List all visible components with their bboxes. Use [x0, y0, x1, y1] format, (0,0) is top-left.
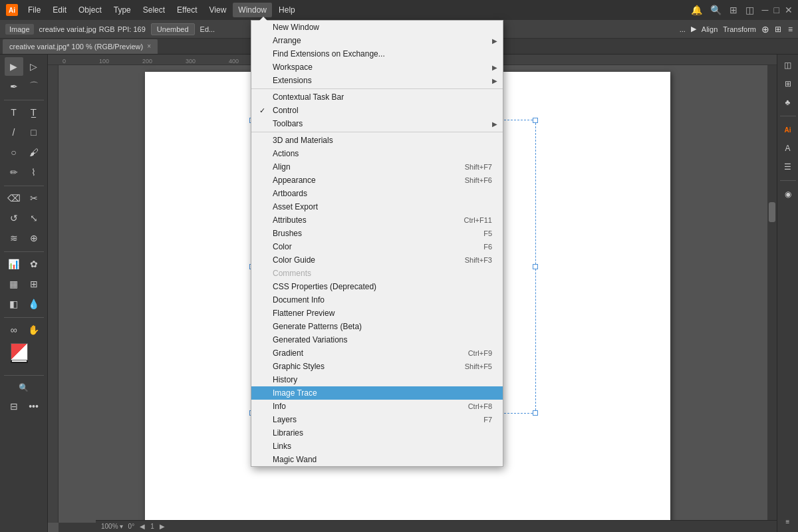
search-icon[interactable]: 🔍 [710, 5, 722, 15]
minimize-btn[interactable]: ─ [762, 5, 769, 15]
gradient-tool[interactable]: ◧ [5, 295, 23, 313]
edit-artboard-tool[interactable]: ⊟ [5, 397, 23, 416]
shaper-tool[interactable]: ⌇ [25, 163, 43, 182]
maximize-btn[interactable]: □ [774, 5, 779, 15]
fill-swatch[interactable] [11, 343, 28, 360]
ellipse-tool[interactable]: ○ [5, 143, 23, 162]
menu-item-appearance[interactable]: AppearanceShift+F6 [251, 174, 503, 187]
mesh-tool[interactable]: ⊞ [25, 275, 43, 293]
menu-item-toolbars[interactable]: Toolbars [251, 117, 503, 130]
menu-type[interactable]: Type [108, 3, 136, 17]
effects-panel-icon[interactable]: ☰ [780, 159, 796, 175]
line-segment-tool[interactable]: / [5, 123, 23, 142]
paint-brush-tool[interactable]: 🖌 [25, 143, 43, 162]
menu-item-generate-patterns[interactable]: Generate Patterns (Beta) [251, 320, 503, 333]
panel-icon[interactable]: ◫ [745, 5, 754, 15]
scrollbar-vertical[interactable] [767, 65, 777, 523]
menu-item-attributes[interactable]: AttributesCtrl+F11 [251, 213, 503, 227]
circle-panel-icon[interactable]: ◉ [780, 186, 796, 202]
right-collapse-icon[interactable]: ≡ [780, 513, 796, 529]
menu-item-flattener-preview[interactable]: Flattener Preview [251, 307, 503, 320]
next-page-btn[interactable]: ▶ [160, 523, 165, 530]
symbol-sprayer[interactable]: ✿ [25, 255, 43, 273]
menu-item-history[interactable]: History [251, 373, 503, 386]
menu-edit[interactable]: Edit [47, 3, 72, 17]
panels-icon[interactable]: ⊞ [775, 25, 781, 34]
nav-arrow-right[interactable]: ▶ [691, 25, 696, 33]
menu-file[interactable]: File [23, 3, 46, 17]
menu-item-workspace[interactable]: Workspace [251, 61, 503, 74]
zoom-dropdown-arrow[interactable]: ▾ [120, 523, 123, 530]
zoom-control[interactable]: 100% ▾ [101, 523, 123, 530]
zoom-tool[interactable]: 🔍 [15, 378, 33, 397]
prev-page-btn[interactable]: ◀ [140, 523, 145, 530]
shape-tools[interactable]: □ [25, 123, 43, 142]
menu-item-extensions[interactable]: Extensions [251, 74, 503, 87]
more-tools-btn[interactable]: ••• [25, 397, 43, 416]
menu-item-color[interactable]: ColorF6 [251, 240, 503, 253]
menu-item-align[interactable]: AlignShift+F7 [251, 160, 503, 174]
chart-tool[interactable]: 📊 [5, 255, 23, 273]
menu-item-color-guide[interactable]: Color GuideShift+F3 [251, 253, 503, 267]
warp-tool[interactable]: ≋ [5, 229, 23, 247]
menu-object[interactable]: Object [73, 3, 107, 17]
properties-icon[interactable]: ◫ [780, 57, 796, 73]
notifications-icon[interactable]: 🔔 [691, 5, 702, 15]
menu-view[interactable]: View [204, 3, 232, 17]
pen-tool[interactable]: ✒ [5, 77, 23, 96]
eraser-tool[interactable]: ⌫ [5, 189, 23, 207]
hand-tool[interactable]: ✋ [25, 321, 43, 339]
menu-item-magic-wand[interactable]: Magic Wand [251, 453, 503, 466]
image-label[interactable]: Image [5, 24, 34, 35]
menu-item-find-extensions[interactable]: Find Extensions on Exchange... [251, 47, 503, 61]
menu-item-document-info[interactable]: Document Info [251, 293, 503, 307]
selection-handle-tr[interactable] [533, 118, 538, 123]
transform-icon[interactable]: ⊕ [761, 24, 769, 35]
menu-item-css-properties[interactable]: CSS Properties (Deprecated) [251, 280, 503, 293]
more-icon[interactable]: ≡ [788, 25, 793, 34]
touch-type-tool[interactable]: T̲ [25, 103, 43, 122]
menu-item-image-trace[interactable]: Image Trace [251, 386, 503, 400]
pencil-tool[interactable]: ✏ [5, 163, 23, 182]
document-tab[interactable]: creative variat.jpg* 100 % (RGB/Preview)… [3, 39, 158, 54]
align-button[interactable]: Align [702, 25, 718, 33]
menu-item-3d-materials[interactable]: 3D and Materials [251, 134, 503, 147]
menu-select[interactable]: Select [138, 3, 170, 17]
scroll-thumb-vertical[interactable] [769, 202, 775, 222]
menu-item-info[interactable]: InfoCtrl+F8 [251, 400, 503, 413]
menu-help[interactable]: Help [273, 3, 301, 17]
color-swatches[interactable] [11, 343, 37, 370]
close-btn[interactable]: ✕ [785, 5, 793, 15]
column-graph-tool[interactable]: ▦ [5, 275, 23, 293]
menu-item-actions[interactable]: Actions [251, 147, 503, 160]
menu-item-brushes[interactable]: BrushesF5 [251, 227, 503, 240]
rotate-tool[interactable]: ↺ [5, 209, 23, 227]
free-transform-tool[interactable]: ⊕ [25, 229, 43, 247]
ai-panel-icon[interactable]: Ai [780, 122, 796, 138]
selection-handle-br[interactable] [533, 410, 538, 416]
curvature-tool[interactable]: ⌒ [25, 77, 43, 96]
scissors-tool[interactable]: ✂ [25, 189, 43, 207]
scale-tool[interactable]: ⤡ [25, 209, 43, 227]
menu-item-asset-export[interactable]: Asset Export [251, 200, 503, 213]
text-panel-icon[interactable]: A [780, 140, 796, 156]
menu-item-arrange[interactable]: Arrange [251, 34, 503, 47]
menu-item-gradient[interactable]: GradientCtrl+F9 [251, 346, 503, 360]
type-tool[interactable]: T [5, 103, 23, 122]
menu-effect[interactable]: Effect [172, 3, 202, 17]
selection-tool[interactable]: ▶ [5, 57, 23, 76]
menu-item-control[interactable]: ✓Control [251, 104, 503, 117]
menu-item-generated-variations[interactable]: Generated Variations [251, 333, 503, 346]
unembed-button[interactable]: Unembed [151, 23, 195, 35]
edit-button[interactable]: Ed... [200, 25, 215, 33]
blend-tool[interactable]: ∞ [5, 321, 23, 339]
menu-item-libraries[interactable]: Libraries [251, 426, 503, 440]
selection-handle-mr[interactable] [533, 264, 538, 269]
eyedropper-tool[interactable]: 💧 [25, 295, 43, 313]
libraries-panel-icon[interactable]: ♣ [780, 94, 796, 110]
layers-panel-icon[interactable]: ⊞ [780, 76, 796, 92]
menu-item-layers[interactable]: LayersF7 [251, 413, 503, 426]
menu-item-graphic-styles[interactable]: Graphic StylesShift+F5 [251, 360, 503, 373]
menu-window[interactable]: Window [233, 3, 272, 17]
direct-selection-tool[interactable]: ▷ [25, 57, 43, 76]
